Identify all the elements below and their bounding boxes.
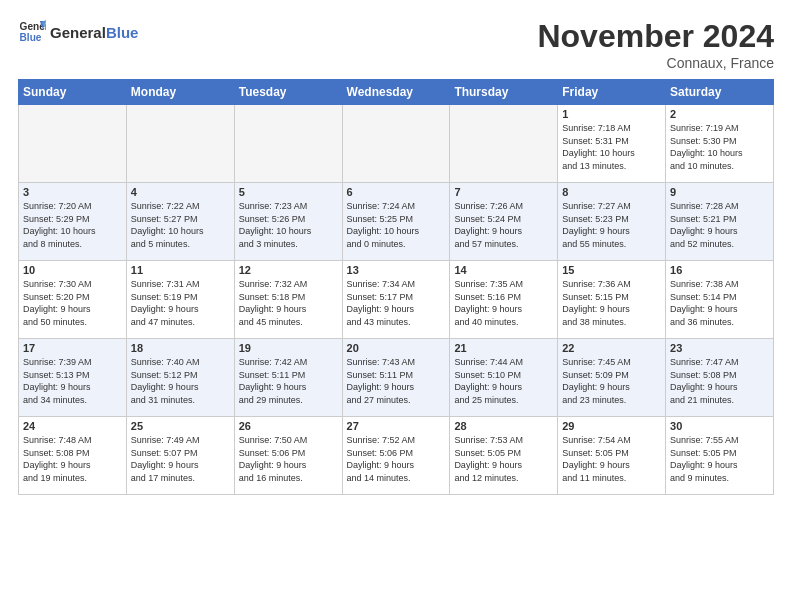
day-info: Sunrise: 7:53 AM Sunset: 5:05 PM Dayligh… bbox=[454, 434, 553, 484]
calendar-cell-0-1 bbox=[126, 105, 234, 183]
day-info: Sunrise: 7:35 AM Sunset: 5:16 PM Dayligh… bbox=[454, 278, 553, 328]
header-wednesday: Wednesday bbox=[342, 80, 450, 105]
day-info: Sunrise: 7:44 AM Sunset: 5:10 PM Dayligh… bbox=[454, 356, 553, 406]
day-number: 5 bbox=[239, 186, 338, 198]
calendar-cell-1-5: 8Sunrise: 7:27 AM Sunset: 5:23 PM Daylig… bbox=[558, 183, 666, 261]
day-number: 15 bbox=[562, 264, 661, 276]
calendar-cell-4-4: 28Sunrise: 7:53 AM Sunset: 5:05 PM Dayli… bbox=[450, 417, 558, 495]
day-info: Sunrise: 7:19 AM Sunset: 5:30 PM Dayligh… bbox=[670, 122, 769, 172]
calendar-cell-3-1: 18Sunrise: 7:40 AM Sunset: 5:12 PM Dayli… bbox=[126, 339, 234, 417]
day-number: 24 bbox=[23, 420, 122, 432]
day-number: 1 bbox=[562, 108, 661, 120]
calendar-cell-1-6: 9Sunrise: 7:28 AM Sunset: 5:21 PM Daylig… bbox=[666, 183, 774, 261]
day-info: Sunrise: 7:54 AM Sunset: 5:05 PM Dayligh… bbox=[562, 434, 661, 484]
day-number: 14 bbox=[454, 264, 553, 276]
day-number: 8 bbox=[562, 186, 661, 198]
logo-blue-text: Blue bbox=[106, 24, 139, 41]
calendar-cell-2-4: 14Sunrise: 7:35 AM Sunset: 5:16 PM Dayli… bbox=[450, 261, 558, 339]
day-info: Sunrise: 7:47 AM Sunset: 5:08 PM Dayligh… bbox=[670, 356, 769, 406]
day-number: 21 bbox=[454, 342, 553, 354]
day-number: 17 bbox=[23, 342, 122, 354]
day-info: Sunrise: 7:32 AM Sunset: 5:18 PM Dayligh… bbox=[239, 278, 338, 328]
header-friday: Friday bbox=[558, 80, 666, 105]
weekday-header-row: Sunday Monday Tuesday Wednesday Thursday… bbox=[19, 80, 774, 105]
page-header: General Blue General Blue November 2024 … bbox=[18, 18, 774, 71]
header-saturday: Saturday bbox=[666, 80, 774, 105]
header-monday: Monday bbox=[126, 80, 234, 105]
day-info: Sunrise: 7:23 AM Sunset: 5:26 PM Dayligh… bbox=[239, 200, 338, 250]
day-number: 2 bbox=[670, 108, 769, 120]
day-number: 20 bbox=[347, 342, 446, 354]
day-number: 18 bbox=[131, 342, 230, 354]
calendar-cell-4-1: 25Sunrise: 7:49 AM Sunset: 5:07 PM Dayli… bbox=[126, 417, 234, 495]
week-row-3: 10Sunrise: 7:30 AM Sunset: 5:20 PM Dayli… bbox=[19, 261, 774, 339]
calendar-cell-1-4: 7Sunrise: 7:26 AM Sunset: 5:24 PM Daylig… bbox=[450, 183, 558, 261]
header-tuesday: Tuesday bbox=[234, 80, 342, 105]
day-info: Sunrise: 7:31 AM Sunset: 5:19 PM Dayligh… bbox=[131, 278, 230, 328]
day-number: 19 bbox=[239, 342, 338, 354]
calendar-cell-0-2 bbox=[234, 105, 342, 183]
title-block: November 2024 Connaux, France bbox=[537, 18, 774, 71]
day-number: 3 bbox=[23, 186, 122, 198]
calendar-cell-2-0: 10Sunrise: 7:30 AM Sunset: 5:20 PM Dayli… bbox=[19, 261, 127, 339]
calendar-cell-4-3: 27Sunrise: 7:52 AM Sunset: 5:06 PM Dayli… bbox=[342, 417, 450, 495]
day-info: Sunrise: 7:52 AM Sunset: 5:06 PM Dayligh… bbox=[347, 434, 446, 484]
calendar-table: Sunday Monday Tuesday Wednesday Thursday… bbox=[18, 79, 774, 495]
day-info: Sunrise: 7:50 AM Sunset: 5:06 PM Dayligh… bbox=[239, 434, 338, 484]
day-info: Sunrise: 7:26 AM Sunset: 5:24 PM Dayligh… bbox=[454, 200, 553, 250]
day-info: Sunrise: 7:48 AM Sunset: 5:08 PM Dayligh… bbox=[23, 434, 122, 484]
svg-text:Blue: Blue bbox=[20, 32, 42, 43]
calendar-cell-0-5: 1Sunrise: 7:18 AM Sunset: 5:31 PM Daylig… bbox=[558, 105, 666, 183]
calendar-cell-4-5: 29Sunrise: 7:54 AM Sunset: 5:05 PM Dayli… bbox=[558, 417, 666, 495]
day-number: 30 bbox=[670, 420, 769, 432]
day-info: Sunrise: 7:20 AM Sunset: 5:29 PM Dayligh… bbox=[23, 200, 122, 250]
calendar-cell-1-1: 4Sunrise: 7:22 AM Sunset: 5:27 PM Daylig… bbox=[126, 183, 234, 261]
day-info: Sunrise: 7:24 AM Sunset: 5:25 PM Dayligh… bbox=[347, 200, 446, 250]
day-info: Sunrise: 7:55 AM Sunset: 5:05 PM Dayligh… bbox=[670, 434, 769, 484]
week-row-5: 24Sunrise: 7:48 AM Sunset: 5:08 PM Dayli… bbox=[19, 417, 774, 495]
calendar-cell-1-3: 6Sunrise: 7:24 AM Sunset: 5:25 PM Daylig… bbox=[342, 183, 450, 261]
day-number: 13 bbox=[347, 264, 446, 276]
day-number: 7 bbox=[454, 186, 553, 198]
calendar-cell-3-3: 20Sunrise: 7:43 AM Sunset: 5:11 PM Dayli… bbox=[342, 339, 450, 417]
calendar-cell-3-4: 21Sunrise: 7:44 AM Sunset: 5:10 PM Dayli… bbox=[450, 339, 558, 417]
day-info: Sunrise: 7:22 AM Sunset: 5:27 PM Dayligh… bbox=[131, 200, 230, 250]
day-info: Sunrise: 7:36 AM Sunset: 5:15 PM Dayligh… bbox=[562, 278, 661, 328]
calendar-cell-0-4 bbox=[450, 105, 558, 183]
day-number: 26 bbox=[239, 420, 338, 432]
day-number: 29 bbox=[562, 420, 661, 432]
day-info: Sunrise: 7:38 AM Sunset: 5:14 PM Dayligh… bbox=[670, 278, 769, 328]
day-number: 6 bbox=[347, 186, 446, 198]
day-info: Sunrise: 7:27 AM Sunset: 5:23 PM Dayligh… bbox=[562, 200, 661, 250]
calendar-cell-2-1: 11Sunrise: 7:31 AM Sunset: 5:19 PM Dayli… bbox=[126, 261, 234, 339]
header-thursday: Thursday bbox=[450, 80, 558, 105]
day-number: 23 bbox=[670, 342, 769, 354]
calendar-cell-2-3: 13Sunrise: 7:34 AM Sunset: 5:17 PM Dayli… bbox=[342, 261, 450, 339]
calendar-cell-1-2: 5Sunrise: 7:23 AM Sunset: 5:26 PM Daylig… bbox=[234, 183, 342, 261]
calendar-cell-3-5: 22Sunrise: 7:45 AM Sunset: 5:09 PM Dayli… bbox=[558, 339, 666, 417]
day-number: 11 bbox=[131, 264, 230, 276]
day-info: Sunrise: 7:49 AM Sunset: 5:07 PM Dayligh… bbox=[131, 434, 230, 484]
day-info: Sunrise: 7:34 AM Sunset: 5:17 PM Dayligh… bbox=[347, 278, 446, 328]
week-row-4: 17Sunrise: 7:39 AM Sunset: 5:13 PM Dayli… bbox=[19, 339, 774, 417]
calendar-cell-3-2: 19Sunrise: 7:42 AM Sunset: 5:11 PM Dayli… bbox=[234, 339, 342, 417]
day-number: 28 bbox=[454, 420, 553, 432]
week-row-1: 1Sunrise: 7:18 AM Sunset: 5:31 PM Daylig… bbox=[19, 105, 774, 183]
calendar-cell-2-5: 15Sunrise: 7:36 AM Sunset: 5:15 PM Dayli… bbox=[558, 261, 666, 339]
calendar-cell-2-2: 12Sunrise: 7:32 AM Sunset: 5:18 PM Dayli… bbox=[234, 261, 342, 339]
week-row-2: 3Sunrise: 7:20 AM Sunset: 5:29 PM Daylig… bbox=[19, 183, 774, 261]
calendar-cell-3-0: 17Sunrise: 7:39 AM Sunset: 5:13 PM Dayli… bbox=[19, 339, 127, 417]
logo: General Blue General Blue bbox=[18, 18, 138, 46]
day-info: Sunrise: 7:18 AM Sunset: 5:31 PM Dayligh… bbox=[562, 122, 661, 172]
calendar-cell-0-6: 2Sunrise: 7:19 AM Sunset: 5:30 PM Daylig… bbox=[666, 105, 774, 183]
day-number: 27 bbox=[347, 420, 446, 432]
calendar-cell-0-3 bbox=[342, 105, 450, 183]
header-sunday: Sunday bbox=[19, 80, 127, 105]
day-info: Sunrise: 7:42 AM Sunset: 5:11 PM Dayligh… bbox=[239, 356, 338, 406]
day-number: 9 bbox=[670, 186, 769, 198]
logo-icon: General Blue bbox=[18, 18, 46, 46]
day-number: 25 bbox=[131, 420, 230, 432]
day-info: Sunrise: 7:40 AM Sunset: 5:12 PM Dayligh… bbox=[131, 356, 230, 406]
calendar-cell-4-2: 26Sunrise: 7:50 AM Sunset: 5:06 PM Dayli… bbox=[234, 417, 342, 495]
calendar-cell-3-6: 23Sunrise: 7:47 AM Sunset: 5:08 PM Dayli… bbox=[666, 339, 774, 417]
